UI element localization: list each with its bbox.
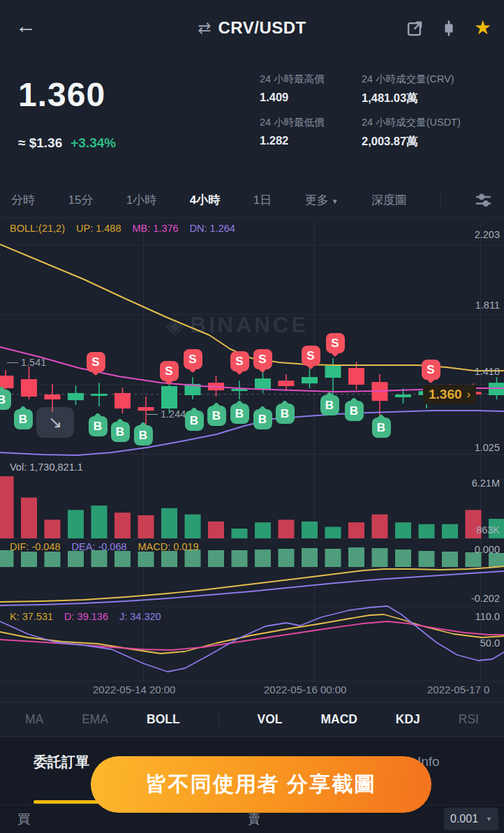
share-icon[interactable] bbox=[406, 20, 424, 37]
boll-mb: MB: 1.376 bbox=[133, 223, 179, 234]
tick-dash bbox=[7, 362, 18, 363]
interval-bar: 分時 15分 1小時 4小時 1日 更多▼ 深度圖 bbox=[0, 183, 504, 218]
sell-marker: S bbox=[302, 346, 320, 366]
swap-pair-icon: ⇄ bbox=[198, 19, 211, 38]
pair-title: CRV/USDT bbox=[218, 18, 306, 38]
app-screen: ← ⇄ CRV/USDT ★ 1.360 ≈ $1.36 +3.34% 24 小… bbox=[0, 0, 504, 833]
stat-value: 1.282 bbox=[260, 134, 360, 147]
sell-marker: S bbox=[326, 333, 345, 353]
buy-marker: B bbox=[111, 422, 130, 442]
kdj-axis-label: 110.0 bbox=[475, 611, 500, 622]
tab-order-book[interactable]: 委託訂單 bbox=[34, 753, 89, 772]
boll-dn: DN: 1.264 bbox=[190, 223, 235, 234]
k-value: K: 37.531 bbox=[10, 611, 53, 622]
kdj-readout: K: 37.531 D: 39.136 J: 34.320 bbox=[10, 611, 161, 622]
tick-size-value: 0.001 bbox=[450, 813, 478, 825]
price-axis-label: 1.418 bbox=[475, 366, 500, 377]
stat-24h-volume-base: 24 小時成交量(CRV) 1,481.03萬 bbox=[362, 73, 498, 106]
swing-low-value: 1.244 bbox=[161, 408, 186, 420]
price-axis-label: 1.811 bbox=[475, 300, 500, 311]
price-axis-label: 2.203 bbox=[475, 229, 500, 240]
buy-marker: B bbox=[0, 390, 11, 410]
tab-indicator-rsi[interactable]: RSI bbox=[459, 712, 479, 727]
chart-settings-icon[interactable] bbox=[474, 192, 493, 208]
dif-value: DIF: -0.048 bbox=[10, 541, 61, 552]
sell-column-header[interactable]: 賣 bbox=[248, 811, 260, 827]
tab-interval-15m[interactable]: 15分 bbox=[68, 192, 93, 208]
macd-readout: DIF: -0.048 DEA: -0.068 MACD: 0.019 bbox=[10, 541, 199, 552]
kdj-axis-label: 50.0 bbox=[480, 637, 500, 649]
tab-indicator-ma[interactable]: MA bbox=[25, 712, 43, 727]
boll-up: UP: 1.488 bbox=[76, 223, 121, 234]
active-tab-underline bbox=[34, 800, 101, 804]
arrow-down-right-icon: ↘ bbox=[48, 413, 62, 432]
tab-depth-chart[interactable]: 深度圖 bbox=[371, 192, 407, 208]
boll-title: BOLL:(21,2) bbox=[10, 223, 65, 234]
buy-marker: B bbox=[14, 409, 33, 429]
stat-value: 1,481.03萬 bbox=[362, 91, 498, 106]
divider bbox=[218, 711, 219, 728]
tab-indicator-ema[interactable]: EMA bbox=[82, 712, 108, 727]
tick-size-dropdown[interactable]: 0.001 ▼ bbox=[444, 808, 498, 830]
tab-indicator-macd[interactable]: MACD bbox=[320, 712, 357, 727]
tab-interval-1d[interactable]: 1日 bbox=[253, 192, 272, 208]
indicator-bar: MA EMA BOLL VOL MACD KDJ RSI bbox=[0, 702, 504, 737]
current-price-tag[interactable]: 1.360 › bbox=[423, 385, 476, 404]
macd-axis-label: 0.000 bbox=[475, 544, 500, 555]
stat-24h-volume-quote: 24 小時成交量(USDT) 2,003.87萬 bbox=[362, 116, 498, 149]
sell-marker: S bbox=[184, 349, 202, 369]
buy-marker: B bbox=[253, 409, 272, 429]
fiat-price: ≈ $1.36 bbox=[18, 135, 62, 151]
chevron-right-icon: › bbox=[467, 388, 471, 401]
stat-label: 24 小時成交量(USDT) bbox=[362, 116, 498, 129]
gridline bbox=[0, 568, 504, 568]
j-value: J: 34.320 bbox=[119, 611, 161, 622]
buy-marker: B bbox=[89, 416, 108, 436]
divider bbox=[440, 192, 441, 209]
macd-axis-label: -0.202 bbox=[471, 593, 500, 604]
gridline bbox=[0, 606, 504, 607]
tab-interval-time[interactable]: 分時 bbox=[11, 192, 35, 208]
sell-marker: S bbox=[230, 351, 249, 371]
tab-interval-1h[interactable]: 1小時 bbox=[126, 192, 156, 208]
gridline bbox=[314, 221, 315, 681]
candlestick-view-icon[interactable] bbox=[440, 20, 457, 37]
gridline bbox=[0, 681, 504, 681]
buy-marker: B bbox=[372, 418, 391, 438]
last-price: 1.360 bbox=[18, 75, 105, 114]
stats-grid: 24 小時最高價 1.409 24 小時成交量(CRV) 1,481.03萬 2… bbox=[260, 73, 498, 149]
buy-marker: B bbox=[230, 404, 249, 424]
caret-down-icon: ▼ bbox=[332, 198, 339, 205]
current-price-value: 1.360 bbox=[429, 387, 462, 402]
vol-title: Vol: 1,730,821.1 bbox=[10, 462, 83, 473]
stat-24h-high: 24 小時最高價 1.409 bbox=[260, 73, 360, 106]
buy-marker: B bbox=[320, 395, 339, 415]
d-value: D: 39.136 bbox=[64, 611, 108, 622]
binance-logo-icon: ◈ bbox=[166, 312, 184, 339]
caret-down-icon: ▼ bbox=[486, 816, 492, 823]
sell-marker: S bbox=[160, 361, 179, 381]
sell-marker: S bbox=[253, 349, 272, 369]
tab-indicator-vol[interactable]: VOL bbox=[258, 712, 283, 727]
price-axis-label: 1.025 bbox=[475, 442, 500, 453]
chart-scale-handle[interactable]: ↘ bbox=[36, 407, 74, 438]
binance-watermark: ◈ BINANCE bbox=[166, 312, 309, 339]
x-axis-date: 2022-05-17 0 bbox=[427, 684, 489, 695]
x-axis-date: 2022-05-16 00:00 bbox=[264, 684, 346, 695]
favorite-star-icon[interactable]: ★ bbox=[474, 18, 491, 38]
buy-column-header[interactable]: 買 bbox=[17, 811, 30, 827]
swing-high-value: 1.541 bbox=[21, 357, 46, 368]
volume-axis-label: 863K bbox=[476, 524, 500, 536]
tab-interval-4h[interactable]: 4小時 bbox=[190, 192, 220, 208]
macd-value: MACD: 0.019 bbox=[138, 541, 199, 552]
change-percent: +3.34% bbox=[71, 135, 116, 151]
share-toast: 皆不同使用者 分享截圖 bbox=[91, 756, 431, 813]
sell-marker: S bbox=[87, 352, 105, 372]
tab-indicator-kdj[interactable]: KDJ bbox=[396, 712, 420, 727]
stat-label: 24 小時成交量(CRV) bbox=[362, 73, 498, 86]
buy-marker: B bbox=[185, 411, 204, 431]
more-intervals-button[interactable]: 更多▼ bbox=[305, 192, 339, 208]
tab-indicator-boll[interactable]: BOLL bbox=[147, 712, 180, 727]
price-subline: ≈ $1.36 +3.34% bbox=[18, 135, 116, 151]
gridline bbox=[0, 538, 504, 539]
